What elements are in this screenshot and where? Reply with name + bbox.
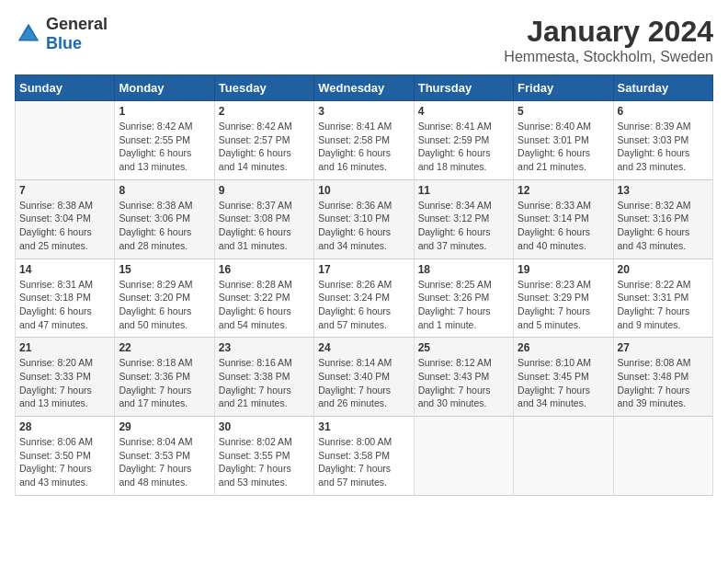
- calendar-body: 1Sunrise: 8:42 AM Sunset: 2:55 PM Daylig…: [16, 101, 713, 496]
- day-number: 5: [518, 105, 609, 118]
- calendar-cell: 12Sunrise: 8:33 AM Sunset: 3:14 PM Dayli…: [514, 179, 613, 259]
- page-header: General Blue January 2024 Hemmesta, Stoc…: [15, 15, 713, 65]
- calendar-cell: 15Sunrise: 8:29 AM Sunset: 3:20 PM Dayli…: [115, 259, 214, 338]
- day-number: 17: [318, 263, 409, 276]
- calendar-cell: 31Sunrise: 8:00 AM Sunset: 3:58 PM Dayli…: [314, 417, 414, 496]
- day-info: Sunrise: 8:33 AM Sunset: 3:14 PM Dayligh…: [518, 199, 609, 253]
- logo-icon: [15, 20, 42, 48]
- day-info: Sunrise: 8:02 AM Sunset: 3:55 PM Dayligh…: [219, 435, 310, 489]
- calendar-cell: 17Sunrise: 8:26 AM Sunset: 3:24 PM Dayli…: [314, 259, 414, 338]
- day-info: Sunrise: 8:29 AM Sunset: 3:20 PM Dayligh…: [119, 278, 210, 332]
- day-number: 30: [219, 420, 310, 433]
- calendar-cell: 9Sunrise: 8:37 AM Sunset: 3:08 PM Daylig…: [214, 179, 313, 259]
- day-number: 8: [119, 184, 210, 197]
- calendar-cell: 11Sunrise: 8:34 AM Sunset: 3:12 PM Dayli…: [414, 179, 513, 259]
- calendar-cell: 30Sunrise: 8:02 AM Sunset: 3:55 PM Dayli…: [214, 417, 313, 496]
- day-number: 20: [618, 263, 709, 276]
- calendar-cell: 3Sunrise: 8:41 AM Sunset: 2:58 PM Daylig…: [314, 101, 414, 180]
- day-number: 27: [618, 341, 709, 354]
- day-number: 28: [19, 420, 110, 433]
- calendar-cell: 23Sunrise: 8:16 AM Sunset: 3:38 PM Dayli…: [214, 338, 313, 417]
- calendar-table: SundayMondayTuesdayWednesdayThursdayFrid…: [15, 75, 713, 496]
- day-header-tuesday: Tuesday: [214, 75, 313, 101]
- day-number: 22: [119, 341, 210, 354]
- calendar-week-row: 1Sunrise: 8:42 AM Sunset: 2:55 PM Daylig…: [16, 101, 713, 180]
- day-info: Sunrise: 8:26 AM Sunset: 3:24 PM Dayligh…: [318, 278, 409, 332]
- day-header-thursday: Thursday: [414, 75, 513, 101]
- day-info: Sunrise: 8:06 AM Sunset: 3:50 PM Dayligh…: [19, 435, 110, 489]
- day-info: Sunrise: 8:12 AM Sunset: 3:43 PM Dayligh…: [418, 356, 509, 410]
- day-number: 24: [318, 341, 409, 354]
- day-number: 29: [119, 420, 210, 433]
- calendar-cell: 18Sunrise: 8:25 AM Sunset: 3:26 PM Dayli…: [414, 259, 513, 338]
- calendar-cell: 21Sunrise: 8:20 AM Sunset: 3:33 PM Dayli…: [16, 338, 115, 417]
- calendar-cell: 25Sunrise: 8:12 AM Sunset: 3:43 PM Dayli…: [414, 338, 513, 417]
- day-info: Sunrise: 8:00 AM Sunset: 3:58 PM Dayligh…: [318, 435, 409, 489]
- day-info: Sunrise: 8:42 AM Sunset: 2:57 PM Dayligh…: [219, 120, 310, 174]
- day-number: 7: [19, 184, 110, 197]
- calendar-cell: 13Sunrise: 8:32 AM Sunset: 3:16 PM Dayli…: [613, 179, 712, 259]
- calendar-cell: 4Sunrise: 8:41 AM Sunset: 2:59 PM Daylig…: [414, 101, 513, 180]
- calendar-cell: 16Sunrise: 8:28 AM Sunset: 3:22 PM Dayli…: [214, 259, 313, 338]
- day-header-monday: Monday: [115, 75, 214, 101]
- day-number: 1: [119, 105, 210, 118]
- day-info: Sunrise: 8:41 AM Sunset: 2:58 PM Dayligh…: [318, 120, 409, 174]
- calendar-week-row: 21Sunrise: 8:20 AM Sunset: 3:33 PM Dayli…: [16, 338, 713, 417]
- calendar-cell: 14Sunrise: 8:31 AM Sunset: 3:18 PM Dayli…: [16, 259, 115, 338]
- day-info: Sunrise: 8:08 AM Sunset: 3:48 PM Dayligh…: [618, 356, 709, 410]
- day-number: 21: [19, 341, 110, 354]
- day-number: 26: [518, 341, 609, 354]
- day-header-sunday: Sunday: [16, 75, 115, 101]
- day-info: Sunrise: 8:16 AM Sunset: 3:38 PM Dayligh…: [219, 356, 310, 410]
- day-header-saturday: Saturday: [613, 75, 712, 101]
- subtitle: Hemmesta, Stockholm, Sweden: [504, 49, 713, 65]
- calendar-cell: 22Sunrise: 8:18 AM Sunset: 3:36 PM Dayli…: [115, 338, 214, 417]
- calendar-week-row: 7Sunrise: 8:38 AM Sunset: 3:04 PM Daylig…: [16, 179, 713, 259]
- day-number: 6: [618, 105, 709, 118]
- calendar-week-row: 28Sunrise: 8:06 AM Sunset: 3:50 PM Dayli…: [16, 417, 713, 496]
- calendar-cell: 2Sunrise: 8:42 AM Sunset: 2:57 PM Daylig…: [214, 101, 313, 180]
- day-info: Sunrise: 8:04 AM Sunset: 3:53 PM Dayligh…: [119, 435, 210, 489]
- calendar-cell: 27Sunrise: 8:08 AM Sunset: 3:48 PM Dayli…: [613, 338, 712, 417]
- day-header-wednesday: Wednesday: [314, 75, 414, 101]
- day-number: 19: [518, 263, 609, 276]
- calendar-cell: 6Sunrise: 8:39 AM Sunset: 3:03 PM Daylig…: [613, 101, 712, 180]
- day-number: 23: [219, 341, 310, 354]
- day-info: Sunrise: 8:41 AM Sunset: 2:59 PM Dayligh…: [418, 120, 509, 174]
- main-title: January 2024: [504, 15, 713, 49]
- day-info: Sunrise: 8:42 AM Sunset: 2:55 PM Dayligh…: [119, 120, 210, 174]
- calendar-cell: 29Sunrise: 8:04 AM Sunset: 3:53 PM Dayli…: [115, 417, 214, 496]
- day-info: Sunrise: 8:38 AM Sunset: 3:04 PM Dayligh…: [19, 199, 110, 253]
- day-number: 12: [518, 184, 609, 197]
- day-number: 25: [418, 341, 509, 354]
- logo: General Blue: [15, 15, 108, 53]
- day-info: Sunrise: 8:10 AM Sunset: 3:45 PM Dayligh…: [518, 356, 609, 410]
- calendar-cell: [613, 417, 712, 496]
- calendar-cell: 10Sunrise: 8:36 AM Sunset: 3:10 PM Dayli…: [314, 179, 414, 259]
- day-info: Sunrise: 8:31 AM Sunset: 3:18 PM Dayligh…: [19, 278, 110, 332]
- day-number: 15: [119, 263, 210, 276]
- day-number: 18: [418, 263, 509, 276]
- calendar-cell: 26Sunrise: 8:10 AM Sunset: 3:45 PM Dayli…: [514, 338, 613, 417]
- day-info: Sunrise: 8:34 AM Sunset: 3:12 PM Dayligh…: [418, 199, 509, 253]
- day-info: Sunrise: 8:14 AM Sunset: 3:40 PM Dayligh…: [318, 356, 409, 410]
- day-number: 16: [219, 263, 310, 276]
- calendar-cell: 7Sunrise: 8:38 AM Sunset: 3:04 PM Daylig…: [16, 179, 115, 259]
- calendar-cell: [414, 417, 513, 496]
- day-number: 2: [219, 105, 310, 118]
- calendar-cell: 20Sunrise: 8:22 AM Sunset: 3:31 PM Dayli…: [613, 259, 712, 338]
- day-info: Sunrise: 8:40 AM Sunset: 3:01 PM Dayligh…: [518, 120, 609, 174]
- day-header-friday: Friday: [514, 75, 613, 101]
- day-info: Sunrise: 8:23 AM Sunset: 3:29 PM Dayligh…: [518, 278, 609, 332]
- calendar-cell: 5Sunrise: 8:40 AM Sunset: 3:01 PM Daylig…: [514, 101, 613, 180]
- day-number: 14: [19, 263, 110, 276]
- day-number: 3: [318, 105, 409, 118]
- calendar-cell: 8Sunrise: 8:38 AM Sunset: 3:06 PM Daylig…: [115, 179, 214, 259]
- calendar-week-row: 14Sunrise: 8:31 AM Sunset: 3:18 PM Dayli…: [16, 259, 713, 338]
- day-number: 31: [318, 420, 409, 433]
- day-info: Sunrise: 8:32 AM Sunset: 3:16 PM Dayligh…: [618, 199, 709, 253]
- day-info: Sunrise: 8:28 AM Sunset: 3:22 PM Dayligh…: [219, 278, 310, 332]
- day-number: 4: [418, 105, 509, 118]
- calendar-cell: 19Sunrise: 8:23 AM Sunset: 3:29 PM Dayli…: [514, 259, 613, 338]
- calendar-cell: [514, 417, 613, 496]
